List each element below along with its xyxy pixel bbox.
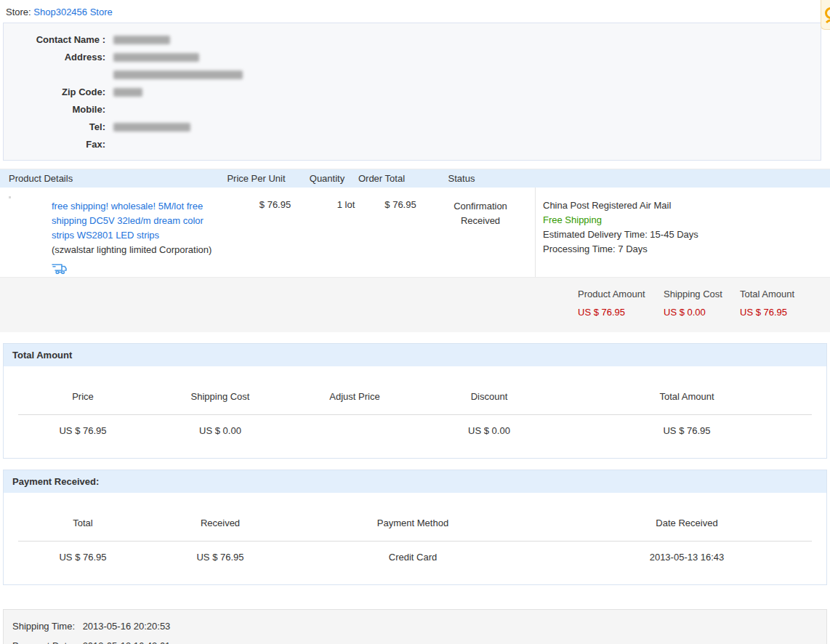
shipping-cost-col: Shipping Cost US $ 0.00	[664, 285, 740, 321]
payment-received-body: Total Received Payment Method Date Recei…	[4, 493, 826, 584]
total-amount-divider	[18, 414, 812, 415]
tel-redacted	[113, 123, 190, 132]
shipping-cost-label: Shipping Cost	[664, 285, 740, 304]
address-row: Address:	[4, 49, 821, 66]
adjust-price-value	[278, 425, 431, 436]
address-line2-redacted	[113, 71, 243, 79]
product-amount-label: Product Amount	[578, 285, 664, 304]
product-quantity: 1 lot	[317, 188, 375, 277]
payment-total-header: Total	[4, 518, 162, 528]
header-price-per-unit: Price Per Unit	[214, 173, 298, 184]
product-table: Product Details Price Per Unit Quantity …	[0, 169, 830, 332]
contact-info-box: Contact Name : Address: Zip Code: Mobile…	[3, 23, 821, 161]
fax-row: Fax:	[4, 136, 821, 153]
payment-date-row: Payment Date: 2013-05-13 16:43:01	[12, 636, 818, 644]
total-amount-section: Total Amount Price Shipping Cost Adjust …	[3, 343, 827, 459]
payment-method-header: Payment Method	[278, 518, 547, 528]
contact-name-redacted	[113, 36, 170, 44]
total-amount-value-2: US $ 76.95	[547, 425, 826, 436]
payment-received-value: US $ 76.95	[162, 552, 278, 563]
contact-widget-button[interactable]	[821, 0, 830, 30]
total-amount-headers: Price Shipping Cost Adjust Price Discoun…	[4, 391, 826, 402]
shipping-method: China Post Registered Air Mail	[543, 198, 823, 213]
price-value: US $ 76.95	[4, 425, 162, 436]
fax-label: Fax:	[4, 136, 105, 153]
free-shipping-label: Free Shipping	[543, 213, 823, 228]
address-label: Address:	[4, 49, 105, 66]
shipping-info-cell: China Post Registered Air Mail Free Ship…	[535, 188, 830, 277]
payment-headers: Total Received Payment Method Date Recei…	[4, 518, 826, 528]
tel-row: Tel:	[4, 118, 821, 136]
payment-received-title: Payment Received:	[4, 470, 826, 493]
contact-widget-icon	[823, 7, 830, 24]
total-amount-header: Total Amount	[547, 391, 826, 402]
mobile-row: Mobile:	[4, 101, 821, 118]
price-header: Price	[4, 391, 162, 402]
product-title-link[interactable]: free shipping! wholesale! 5M/lot free sh…	[52, 199, 219, 243]
date-received-value: 2013-05-13 16:43	[547, 552, 826, 563]
shipping-cost-value: US $ 0.00	[664, 304, 740, 321]
product-price-per-unit: $ 76.95	[233, 188, 317, 277]
product-order-total: $ 76.95	[375, 188, 426, 277]
tel-label: Tel:	[4, 118, 105, 136]
address-row-2	[4, 66, 821, 84]
shipping-truck-icon[interactable]	[52, 262, 68, 277]
zip-redacted	[113, 88, 142, 97]
store-link[interactable]: Shop302456 Store	[33, 7, 112, 17]
shipping-cost-value: US $ 0.00	[162, 425, 278, 436]
payment-date-label: Payment Date:	[12, 640, 75, 644]
header-status: Status	[407, 173, 516, 184]
product-table-header: Product Details Price Per Unit Quantity …	[0, 169, 830, 188]
total-amount-section-title: Total Amount	[4, 344, 826, 366]
product-details-cell: free shipping! wholesale! 5M/lot free sh…	[0, 188, 233, 277]
processing-time: Processing Time: 7 Days	[543, 242, 823, 257]
order-amount-summary: Product Amount US $ 76.95 Shipping Cost …	[0, 277, 830, 332]
product-amount-col: Product Amount US $ 76.95	[578, 285, 664, 321]
payment-received-section: Payment Received: Total Received Payment…	[3, 470, 827, 585]
header-quantity: Quantity	[298, 173, 356, 184]
discount-header: Discount	[431, 391, 547, 402]
payment-method-value: Credit Card	[278, 552, 547, 563]
store-label: Store:	[6, 7, 31, 17]
product-status-cell: Confirmation Received	[426, 188, 535, 277]
total-amount-col: Total Amount US $ 76.95	[740, 285, 830, 321]
payment-total-value: US $ 76.95	[4, 552, 162, 563]
payment-date-value: 2013-05-13 16:43:01	[83, 640, 171, 644]
contact-name-label: Contact Name :	[4, 31, 105, 49]
payment-values: US $ 76.95 US $ 76.95 Credit Card 2013-0…	[4, 552, 826, 563]
store-line: Store: Shop302456 Store	[0, 0, 830, 23]
total-amount-values: US $ 76.95 US $ 0.00 US $ 0.00 US $ 76.9…	[4, 425, 826, 436]
zip-row: Zip Code:	[4, 84, 821, 101]
discount-value: US $ 0.00	[431, 425, 547, 436]
order-detail-page: { "store": { "label": "Store:", "name": …	[0, 0, 830, 644]
contact-name-row: Contact Name :	[4, 31, 821, 49]
total-amount-label: Total Amount	[740, 285, 830, 304]
date-received-header: Date Received	[547, 518, 826, 528]
mobile-label: Mobile:	[4, 101, 105, 118]
shipping-time-row: Shipping Time: 2013-05-16 20:20:53	[12, 616, 818, 636]
adjust-price-header: Adjust Price	[278, 391, 431, 402]
product-amount-value: US $ 76.95	[578, 304, 664, 321]
shipping-time-label: Shipping Time:	[12, 621, 75, 632]
header-order-total: Order Total	[356, 173, 407, 184]
product-seller: (szwalstar lighting limited Corporation)	[52, 243, 226, 257]
payment-received-header: Received	[162, 518, 278, 528]
total-amount-section-body: Price Shipping Cost Adjust Price Discoun…	[4, 366, 826, 458]
product-thumbnail-placeholder	[9, 196, 11, 198]
shipping-cost-header: Shipping Cost	[162, 391, 278, 402]
shipping-time-value: 2013-05-16 20:20:53	[83, 621, 171, 632]
estimated-delivery-time: Estimated Delivery Time: 15-45 Days	[543, 228, 823, 242]
address-line1-redacted	[113, 53, 199, 62]
header-product-details: Product Details	[0, 173, 214, 184]
zip-label: Zip Code:	[4, 84, 105, 101]
order-dates-box: Shipping Time: 2013-05-16 20:20:53 Payme…	[3, 609, 827, 644]
payment-divider	[18, 541, 812, 542]
order-status: Confirmation Received	[444, 199, 517, 228]
total-amount-value: US $ 76.95	[740, 304, 830, 321]
product-row: free shipping! wholesale! 5M/lot free sh…	[0, 188, 830, 277]
